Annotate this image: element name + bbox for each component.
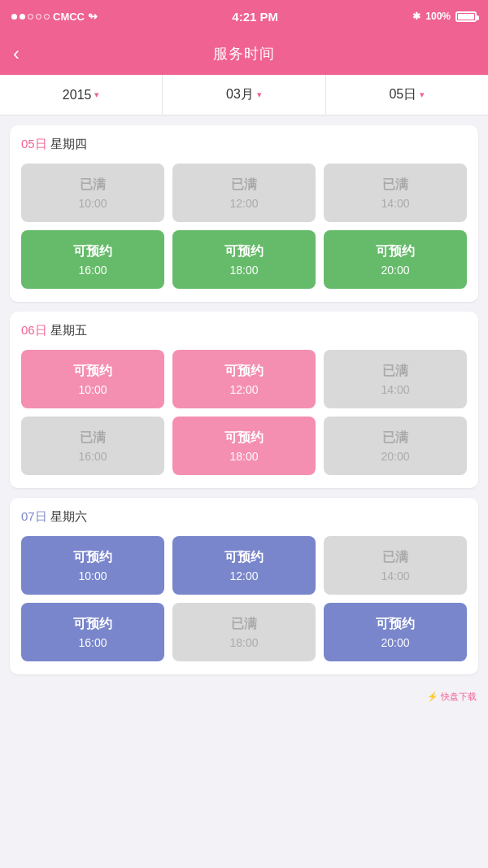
slot-label: 已满 [382, 177, 408, 194]
time-slot-section1-3[interactable]: 可预约16:00 [21, 230, 164, 289]
dot4 [36, 14, 41, 20]
slot-label: 可预约 [224, 549, 264, 566]
slot-label: 已满 [231, 177, 257, 194]
slot-time: 10:00 [78, 383, 107, 396]
month-arrow: ▾ [257, 89, 262, 100]
slot-time: 20:00 [381, 450, 409, 463]
section-date-section2: 06日 [21, 323, 47, 337]
time-slot-section1-0: 已满10:00 [21, 164, 164, 222]
time-slot-section2-0[interactable]: 可预约10:00 [21, 350, 164, 408]
time-slot-section2-3: 已满16:00 [21, 417, 164, 475]
year-picker[interactable]: 2015 ▾ [0, 75, 163, 115]
section-day-section2: 星期五 [50, 323, 87, 337]
watermark-text: ⚡ 快盘下载 [427, 691, 477, 703]
slot-time: 12:00 [229, 383, 258, 396]
battery-icon [455, 11, 477, 22]
time-slot-section1-1: 已满12:00 [172, 164, 316, 222]
date-picker: 2015 ▾ 03月 ▾ 05日 ▾ [0, 75, 488, 116]
time-slot-section3-2: 已满14:00 [324, 536, 467, 595]
content: 05日星期四已满10:00已满12:00已满14:00可预约16:00可预约18… [0, 116, 488, 684]
slot-label: 可预约 [224, 243, 264, 260]
section-header-section3: 07日星期六 [21, 509, 467, 525]
status-left: CMCC ↬ [11, 10, 98, 23]
time-grid-section1: 已满10:00已满12:00已满14:00可预约16:00可预约18:00可预约… [21, 164, 467, 289]
nav-bar: ‹ 服务时间 [0, 33, 488, 75]
time-slot-section3-5[interactable]: 可预约20:00 [324, 603, 467, 661]
carrier-label: CMCC [53, 11, 85, 23]
nav-title: 服务时间 [213, 44, 275, 63]
slot-label: 已满 [80, 430, 106, 447]
section-date-section1: 05日 [21, 137, 47, 150]
slot-label: 可预约 [73, 616, 112, 633]
battery-percent: 100% [425, 11, 451, 22]
slot-time: 14:00 [381, 197, 409, 210]
slot-time: 12:00 [229, 569, 258, 582]
dot3 [28, 14, 33, 20]
slot-label: 可预约 [224, 430, 264, 447]
signal-dots [11, 14, 50, 20]
time-slot-section1-4[interactable]: 可预约18:00 [172, 230, 316, 289]
slot-label: 已满 [382, 363, 408, 380]
time-slot-section3-4: 已满18:00 [172, 603, 316, 661]
slot-time: 18:00 [229, 450, 258, 463]
slot-label: 可预约 [376, 243, 415, 260]
section-day-section1: 星期四 [50, 137, 87, 150]
time-slot-section1-5[interactable]: 可预约20:00 [324, 230, 467, 289]
section-header-section2: 06日星期五 [21, 323, 467, 338]
slot-label: 可预约 [376, 616, 415, 633]
slot-label: 可预约 [73, 363, 112, 380]
status-time: 4:21 PM [232, 10, 278, 24]
slot-time: 16:00 [78, 450, 107, 463]
slot-label: 已满 [80, 177, 106, 194]
time-slot-section2-5: 已满20:00 [324, 417, 467, 475]
month-picker[interactable]: 03月 ▾ [163, 75, 325, 115]
slot-time: 18:00 [229, 636, 258, 649]
battery-fill [458, 14, 474, 20]
time-grid-section3: 可预约10:00可预约12:00已满14:00可预约16:00已满18:00可预… [21, 536, 467, 661]
section-day-section3: 星期六 [50, 509, 87, 523]
slot-time: 18:00 [229, 264, 258, 277]
bluetooth-icon: ✱ [412, 11, 420, 22]
section-section3: 07日星期六可预约10:00可预约12:00已满14:00可预约16:00已满1… [10, 498, 478, 674]
dot1 [11, 14, 17, 20]
status-bar: CMCC ↬ 4:21 PM ✱ 100% [0, 0, 488, 33]
month-value: 03月 [226, 86, 254, 103]
time-slot-section3-3[interactable]: 可预约16:00 [21, 603, 164, 661]
status-right: ✱ 100% [412, 11, 477, 22]
time-slot-section1-2: 已满14:00 [324, 164, 467, 222]
wifi-icon: ↬ [88, 10, 98, 23]
time-slot-section3-1[interactable]: 可预约12:00 [172, 536, 316, 595]
slot-label: 已满 [382, 430, 408, 447]
slot-time: 16:00 [78, 636, 107, 649]
dot2 [20, 14, 25, 20]
time-slot-section2-2: 已满14:00 [324, 350, 467, 408]
slot-time: 14:00 [381, 383, 409, 396]
slot-time: 12:00 [229, 197, 258, 210]
slot-time: 20:00 [381, 636, 409, 649]
section-header-section1: 05日星期四 [21, 137, 467, 152]
time-slot-section2-4[interactable]: 可预约18:00 [172, 417, 316, 475]
slot-label: 可预约 [224, 363, 264, 380]
slot-time: 20:00 [381, 264, 409, 277]
slot-label: 可预约 [73, 243, 112, 260]
slot-label: 已满 [231, 616, 257, 633]
slot-time: 14:00 [381, 569, 409, 582]
dot5 [44, 14, 50, 20]
slot-time: 10:00 [78, 569, 107, 582]
day-picker[interactable]: 05日 ▾ [326, 75, 488, 115]
slot-time: 10:00 [78, 197, 107, 210]
slot-label: 可预约 [73, 549, 112, 566]
time-slot-section3-0[interactable]: 可预约10:00 [21, 536, 164, 595]
section-section2: 06日星期五可预约10:00可预约12:00已满14:00已满16:00可预约1… [10, 312, 478, 488]
time-grid-section2: 可预约10:00可预约12:00已满14:00已满16:00可预约18:00已满… [21, 350, 467, 475]
time-slot-section2-1[interactable]: 可预约12:00 [172, 350, 316, 408]
back-button[interactable]: ‹ [13, 41, 26, 67]
year-value: 2015 [63, 88, 92, 103]
slot-label: 已满 [382, 549, 408, 566]
day-value: 05日 [389, 86, 416, 103]
day-arrow: ▾ [420, 89, 425, 100]
year-arrow: ▾ [94, 89, 99, 100]
slot-time: 16:00 [78, 264, 107, 277]
watermark: ⚡ 快盘下载 [0, 684, 488, 714]
section-section1: 05日星期四已满10:00已满12:00已满14:00可预约16:00可预约18… [10, 125, 478, 302]
